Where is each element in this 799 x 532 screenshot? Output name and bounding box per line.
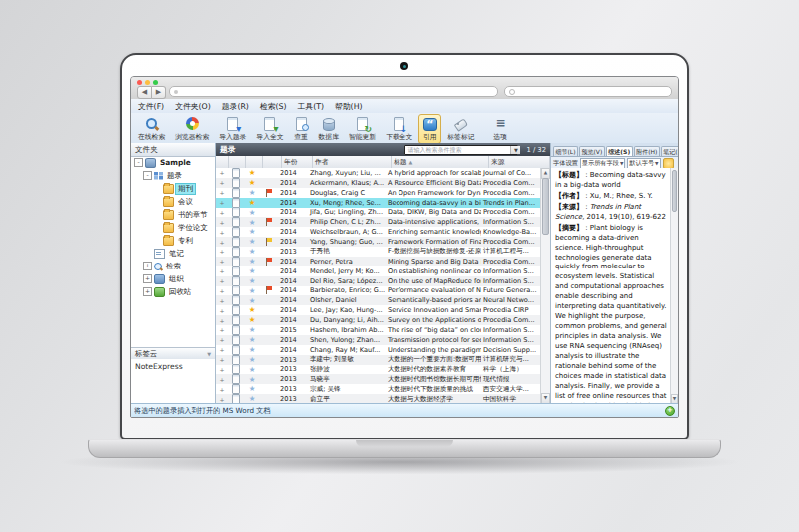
row-expander-icon[interactable]: +: [216, 229, 228, 236]
scrollbar-thumb[interactable]: [542, 178, 549, 235]
column-author[interactable]: 作者: [313, 156, 392, 168]
address-bar[interactable]: [169, 86, 498, 97]
toolbar-button-online-search[interactable]: 在线检索: [134, 114, 169, 144]
toolbar-button-tag-mark[interactable]: 标签标记: [443, 114, 478, 144]
column-title[interactable]: 标题▲: [392, 156, 489, 168]
star-icon[interactable]: ★: [244, 287, 260, 295]
star-icon[interactable]: ★: [244, 228, 260, 236]
add-icon[interactable]: +: [665, 406, 675, 416]
star-icon[interactable]: ★: [244, 248, 260, 256]
table-row[interactable]: +★2014Yang, Shuang; Guo, ...Framework Fo…: [216, 237, 541, 247]
table-row[interactable]: +★2014Douglas, Craig CAn Open Framework …: [216, 188, 541, 198]
column-source[interactable]: 来源: [489, 156, 550, 168]
star-icon[interactable]: ★: [244, 326, 260, 334]
toolbar-button-download-fulltext[interactable]: 下载全文: [382, 114, 416, 144]
row-expander-icon[interactable]: +: [216, 346, 228, 353]
flag-icon[interactable]: [260, 238, 278, 246]
row-expander-icon[interactable]: +: [216, 258, 228, 265]
table-row[interactable]: +★2014Du, Danyang; Li, Aih...Survey on t…: [216, 315, 541, 325]
detail-tab[interactable]: 笔记(N): [661, 146, 679, 156]
table-row[interactable]: +★2013张静波大数据时代的数据素养教育科学（上海）: [216, 365, 541, 375]
star-icon[interactable]: ★: [244, 267, 260, 275]
star-icon[interactable]: ★: [244, 189, 260, 197]
sidebar-item-records[interactable]: -题录: [131, 169, 215, 182]
table-row[interactable]: +★2014Olsher, DanielSemantically-based p…: [216, 295, 541, 305]
detail-scrollbar[interactable]: ▼: [670, 168, 678, 404]
table-row[interactable]: +★2014Del Rio, Sara; López...On the use …: [216, 276, 541, 286]
sidebar-item-folder[interactable]: 会议: [131, 195, 215, 208]
sidebar-item-folder[interactable]: 学位论文: [131, 221, 215, 234]
menubar-item[interactable]: 文件夹(O): [175, 101, 211, 112]
row-expander-icon[interactable]: +: [216, 396, 228, 403]
detail-tab[interactable]: 预览(V): [579, 146, 605, 156]
star-icon[interactable]: ★: [244, 316, 260, 324]
star-icon[interactable]: ★: [244, 179, 260, 187]
table-row[interactable]: +★2014Zhang, Xuyun; Liu, ...A hybrid app…: [216, 168, 541, 178]
star-icon[interactable]: ★: [244, 336, 260, 344]
menubar-item[interactable]: 工具(T): [298, 101, 324, 112]
star-icon[interactable]: ★: [244, 209, 260, 217]
scrollbar-thumb[interactable]: [672, 170, 677, 212]
toolbar-button-smart-update[interactable]: 智能更新: [345, 114, 380, 144]
star-icon[interactable]: ★: [244, 297, 260, 305]
column-attachment[interactable]: [229, 156, 246, 168]
table-row[interactable]: +★2014Shen, Yulong; Zhan...Transmission …: [216, 335, 541, 345]
table-row[interactable]: +★2014Lee, Jay; Kao, Hung-...Service Inn…: [216, 305, 541, 315]
star-icon[interactable]: ★: [244, 169, 260, 177]
star-icon[interactable]: ★: [244, 356, 260, 364]
tag-item[interactable]: NoteExpress: [135, 362, 183, 371]
row-expander-icon[interactable]: +: [216, 356, 228, 363]
menubar-item[interactable]: 题录(R): [222, 101, 249, 112]
star-icon[interactable]: ★: [244, 376, 260, 384]
sidebar-item-note[interactable]: 笔记: [131, 247, 215, 260]
forward-button[interactable]: ▶: [152, 86, 166, 99]
flag-icon[interactable]: [260, 286, 278, 294]
table-row[interactable]: +★2013李建中; 刘显敏大数据的一个重要方面:数据可用性计算机研究与...: [216, 355, 541, 365]
table-row[interactable]: +★2013于秀艳F-数据挖掘与缺损数据修复-还原计算机工程与...: [216, 247, 541, 257]
toolbar-button-options[interactable]: 选项: [489, 114, 512, 144]
row-expander-icon[interactable]: +: [216, 277, 228, 284]
row-expander-icon[interactable]: +: [216, 297, 228, 304]
star-icon[interactable]: ★: [244, 395, 260, 403]
flag-icon[interactable]: [260, 258, 278, 266]
star-icon[interactable]: ★: [244, 277, 260, 285]
row-expander-icon[interactable]: +: [216, 287, 228, 294]
back-button[interactable]: ◀: [137, 86, 152, 99]
close-button[interactable]: [137, 80, 142, 85]
menubar-item[interactable]: 检索(S): [260, 101, 287, 112]
sidebar-item-search[interactable]: +检索: [131, 260, 215, 272]
row-expander-icon[interactable]: +: [216, 239, 228, 246]
sidebar-item-folder[interactable]: 专利: [131, 234, 215, 247]
star-icon[interactable]: ★: [244, 306, 260, 314]
column-star[interactable]: [246, 156, 263, 168]
tree-expander-icon[interactable]: -: [134, 158, 143, 167]
search-combo-arrow-icon[interactable]: ▼: [510, 146, 520, 154]
table-row[interactable]: +★2013宗威; 吴锋大数据时代下数据质量的挑战西安交通大学...: [216, 384, 541, 394]
table-row[interactable]: +★2014Xu, Meng; Rhee, Se...Becoming data…: [216, 198, 541, 208]
sidebar-item-folder[interactable]: 期刊: [131, 182, 215, 195]
table-row[interactable]: +★2014Ackermann, Klaus; A...A Resource E…: [216, 178, 541, 188]
detail-tab[interactable]: 细节(L): [553, 146, 578, 156]
table-row[interactable]: +★2014Jifa, Gu; Lingling, Zh...Data, DIK…: [216, 208, 541, 218]
tree-expander-icon[interactable]: +: [143, 274, 152, 283]
flag-icon[interactable]: [260, 189, 278, 197]
table-row[interactable]: +★2014Weichselbraun, A; G...Enriching se…: [216, 227, 541, 237]
menubar-item[interactable]: 文件(F): [138, 101, 164, 112]
toolbar-button-cite[interactable]: 引用: [418, 114, 441, 144]
sidebar-item-folder[interactable]: 书的章节: [131, 208, 215, 221]
toolbar-button-browser-search[interactable]: 浏览器检索: [171, 114, 213, 144]
table-row[interactable]: +★2014Perner, PetraMining Sparse and Big…: [216, 257, 541, 266]
flag-icon[interactable]: [260, 218, 278, 226]
row-expander-icon[interactable]: +: [216, 317, 228, 324]
minimize-button[interactable]: [145, 80, 150, 85]
toolbar-button-import-fulltext[interactable]: 导入全文: [252, 114, 287, 144]
star-icon[interactable]: ★: [244, 199, 260, 207]
star-icon[interactable]: ★: [244, 219, 260, 227]
tree-expander-icon[interactable]: -: [143, 171, 152, 180]
star-icon[interactable]: ★: [244, 238, 260, 246]
table-row[interactable]: +★2014Mendel, Jerry M; Ko...On establish…: [216, 266, 541, 276]
menubar-item[interactable]: 帮助(H): [335, 101, 363, 112]
table-row[interactable]: +★2015Hashem, Ibrahim Ab...The rise of “…: [216, 325, 541, 335]
star-icon[interactable]: ★: [244, 385, 260, 393]
table-row[interactable]: +★2014Philip Chen, C L; Zh...Data-intens…: [216, 217, 541, 227]
